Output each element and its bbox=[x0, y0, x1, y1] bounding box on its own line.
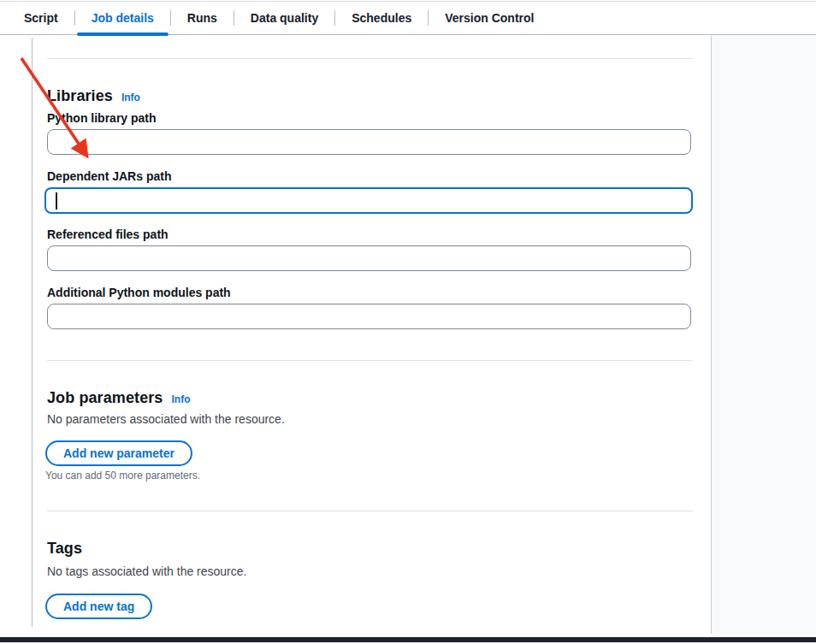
window-bottom-bar bbox=[0, 637, 816, 642]
tab-script[interactable]: Script bbox=[8, 2, 74, 34]
python-library-path-label: Python library path bbox=[47, 111, 157, 125]
tab-schedules[interactable]: Schedules bbox=[335, 2, 428, 34]
parameters-remaining-hint: You can add 50 more parameters. bbox=[45, 470, 200, 482]
job-tabs: Script Job details Runs Data quality Sch… bbox=[0, 2, 816, 35]
content-panel-left-border bbox=[32, 38, 33, 627]
dependent-jars-path-label: Dependent JARs path bbox=[47, 169, 171, 183]
tags-heading: Tags bbox=[47, 540, 82, 558]
libraries-heading: Libraries Info bbox=[47, 87, 140, 105]
additional-python-modules-path-input[interactable] bbox=[47, 304, 691, 329]
text-cursor bbox=[56, 192, 57, 210]
job-parameters-heading: Job parameters Info bbox=[47, 389, 190, 407]
libraries-info-link[interactable]: Info bbox=[121, 92, 140, 103]
glue-job-details-page: Script Job details Runs Data quality Sch… bbox=[0, 0, 816, 644]
python-library-path-input[interactable] bbox=[47, 129, 691, 155]
job-parameters-info-link[interactable]: Info bbox=[171, 393, 190, 405]
section-divider bbox=[47, 58, 693, 59]
tab-runs[interactable]: Runs bbox=[171, 2, 234, 34]
referenced-files-path-input[interactable] bbox=[47, 245, 691, 271]
job-parameters-empty-text: No parameters associated with the resour… bbox=[47, 412, 285, 426]
tab-job-details[interactable]: Job details bbox=[75, 2, 170, 34]
section-divider bbox=[47, 511, 693, 511]
tags-title: Tags bbox=[47, 540, 82, 558]
section-divider bbox=[47, 360, 693, 361]
additional-python-modules-path-label: Additional Python modules path bbox=[47, 286, 231, 299]
right-gutter bbox=[711, 36, 816, 634]
referenced-files-path-label: Referenced files path bbox=[47, 227, 169, 241]
add-new-tag-button[interactable]: Add new tag bbox=[45, 594, 152, 619]
tab-data-quality[interactable]: Data quality bbox=[234, 2, 334, 34]
tab-version-control[interactable]: Version Control bbox=[429, 2, 550, 34]
dependent-jars-path-input[interactable] bbox=[44, 187, 693, 214]
job-parameters-title: Job parameters bbox=[47, 389, 163, 407]
libraries-title: Libraries bbox=[47, 87, 113, 105]
tags-empty-text: No tags associated with the resource. bbox=[47, 564, 246, 578]
add-new-parameter-button[interactable]: Add new parameter bbox=[45, 440, 192, 466]
